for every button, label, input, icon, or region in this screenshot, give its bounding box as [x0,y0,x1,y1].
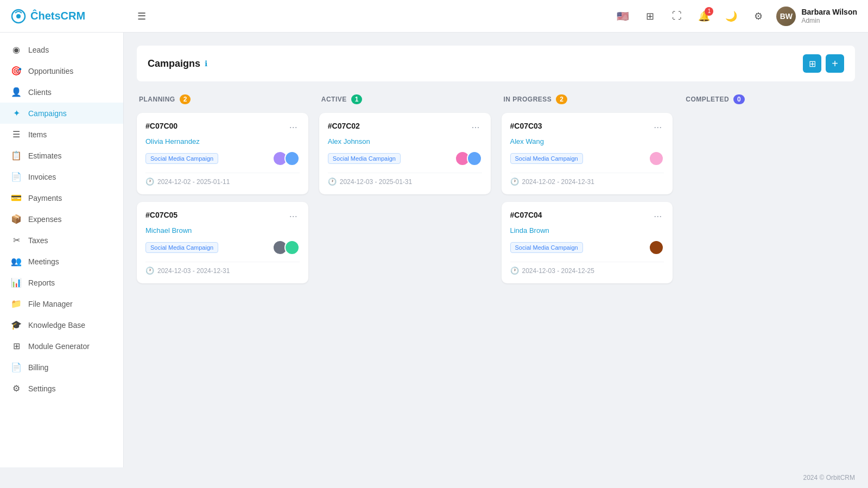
campaign-card-#C07C00: #C07C00 ··· Olivia Hernandez Social Medi… [137,113,308,194]
card-person-name[interactable]: Alex Johnson [328,137,482,145]
settings-button[interactable]: ⚙ [749,7,768,26]
flag-icon: 🇺🇸 [617,10,629,22]
sidebar-item-settings[interactable]: ⚙ Settings [0,378,123,399]
sidebar-label-clients: Clients [28,88,52,97]
card-avatars [273,151,300,166]
reports-icon: 📊 [11,277,22,288]
column-header-planning: PLANNING 2 [137,94,308,104]
card-middle: Social Media Campaign [145,240,300,255]
campaign-card-#C07C05: #C07C05 ··· Michael Brown Social Media C… [137,202,308,283]
card-header: #C07C04 ··· [510,211,664,222]
sidebar-item-reports[interactable]: 📊 Reports [0,272,123,293]
card-divider [510,173,664,173]
logo[interactable]: ĈhetsCRM [11,9,119,24]
meetings-icon: 👥 [11,256,22,267]
sidebar-item-estimates[interactable]: 📋 Estimates [0,145,123,166]
taxes-icon: ✂ [11,235,22,245]
sidebar-label-leads: Leads [28,46,49,54]
sidebar-item-billing[interactable]: 📄 Billing [0,357,123,378]
sidebar-item-invoices[interactable]: 📄 Invoices [0,166,123,187]
sidebar-label-payments: Payments [28,194,62,202]
menu-toggle-button[interactable]: ☰ [132,7,151,26]
sidebar-item-payments[interactable]: 💳 Payments [0,187,123,208]
leads-icon: ◉ [11,45,22,55]
user-profile[interactable]: BW Barbara Wilson Admin [776,7,857,26]
card-divider [328,173,482,173]
card-divider [145,173,300,173]
fullscreen-icon: ⛶ [672,10,682,22]
card-person-name[interactable]: Alex Wang [510,137,664,145]
hamburger-icon: ☰ [137,10,146,22]
fullscreen-button[interactable]: ⛶ [668,7,686,26]
column-title-active: ACTIVE [321,96,347,103]
plus-icon: + [832,58,838,70]
add-campaign-button[interactable]: + [826,54,844,73]
sidebar-item-expenses[interactable]: 📦 Expenses [0,208,123,230]
dark-mode-button[interactable]: 🌙 [722,7,740,26]
card-avatars [649,151,664,166]
card-date-text: 2024-12-03 - 2024-12-31 [157,267,230,275]
card-more-button[interactable]: ··· [651,122,664,133]
sidebar-item-file-manager[interactable]: 📁 File Manager [0,293,123,314]
card-date: 🕐 2024-12-03 - 2025-01-31 [328,178,482,186]
sidebar-item-campaigns[interactable]: ✦ Campaigns [0,103,123,124]
sidebar-label-taxes: Taxes [28,236,48,245]
column-header-inprogress: IN PROGRESS 2 [502,94,673,104]
sidebar-item-opportunities[interactable]: 🎯 Opportunities [0,60,123,81]
clients-icon: 👤 [11,87,22,97]
card-date: 🕐 2024-12-03 - 2024-12-25 [510,267,664,275]
card-date-text: 2024-12-02 - 2024-12-31 [522,178,594,186]
top-header: ĈhetsCRM ☰ 🇺🇸 ⊞ ⛶ 🔔 1 🌙 ⚙ BW Barbara Wil… [0,0,868,33]
flag-icon-button[interactable]: 🇺🇸 [613,7,632,26]
card-middle: Social Media Campaign [510,151,664,166]
column-badge-completed: 0 [733,94,745,104]
card-more-button[interactable]: ··· [287,122,300,133]
card-tag: Social Media Campaign [328,153,401,164]
column-badge-active: 1 [351,94,363,104]
page-title-row: Campaigns ℹ [148,58,207,69]
card-more-button[interactable]: ··· [287,211,300,222]
grid-icon: ⊞ [646,10,654,22]
sidebar-label-items: Items [28,130,47,139]
sidebar-item-items[interactable]: ☰ Items [0,124,123,145]
card-more-button[interactable]: ··· [469,122,481,133]
clock-icon: 🕐 [145,267,154,275]
items-icon: ☰ [11,129,22,140]
view-toggle-button[interactable]: ⊞ [803,54,821,73]
sidebar-label-expenses: Expenses [28,215,61,224]
campaigns-icon: ✦ [11,108,22,118]
sidebar-item-taxes[interactable]: ✂ Taxes [0,230,123,251]
sidebar-item-leads[interactable]: ◉ Leads [0,39,123,60]
card-tag: Social Media Campaign [510,242,583,253]
logo-text: ĈhetsCRM [30,10,85,22]
user-role: Admin [801,17,857,26]
campaign-card-#C07C03: #C07C03 ··· Alex Wang Social Media Campa… [502,113,673,194]
grid-view-icon: ⊞ [809,59,816,69]
sidebar-label-opportunities: Opportunities [28,67,73,75]
card-middle: Social Media Campaign [328,151,482,166]
sidebar-item-knowledge-base[interactable]: 🎓 Knowledge Base [0,314,123,335]
card-date: 🕐 2024-12-02 - 2025-01-11 [145,178,300,186]
card-tag: Social Media Campaign [145,153,218,164]
card-avatars [273,240,300,255]
grid-apps-button[interactable]: ⊞ [641,7,659,26]
main-content: Campaigns ℹ ⊞ + PLANNING 2 #C07C00 ··· O… [124,33,868,467]
card-divider [145,262,300,262]
card-more-button[interactable]: ··· [651,211,664,222]
card-tag: Social Media Campaign [145,242,218,253]
column-title-inprogress: IN PROGRESS [504,96,552,103]
card-person-name[interactable]: Olivia Hernandez [145,137,300,145]
notifications-button[interactable]: 🔔 1 [695,7,713,26]
clock-icon: 🕐 [510,178,519,186]
sidebar-label-estimates: Estimates [28,151,61,160]
sidebar-item-meetings[interactable]: 👥 Meetings [0,251,123,272]
estimates-icon: 📋 [11,150,22,161]
card-person-name[interactable]: Michael Brown [145,226,300,235]
kanban-column-active: ACTIVE 1 #C07C02 ··· Alex Johnson Social… [319,94,491,291]
sidebar-item-module-generator[interactable]: ⊞ Module Generator [0,335,123,357]
opportunities-icon: 🎯 [11,66,22,76]
kanban-column-planning: PLANNING 2 #C07C00 ··· Olivia Hernandez … [137,94,308,291]
card-date-text: 2024-12-02 - 2025-01-11 [157,178,230,186]
sidebar-item-clients[interactable]: 👤 Clients [0,81,123,103]
card-person-name[interactable]: Linda Brown [510,226,664,235]
